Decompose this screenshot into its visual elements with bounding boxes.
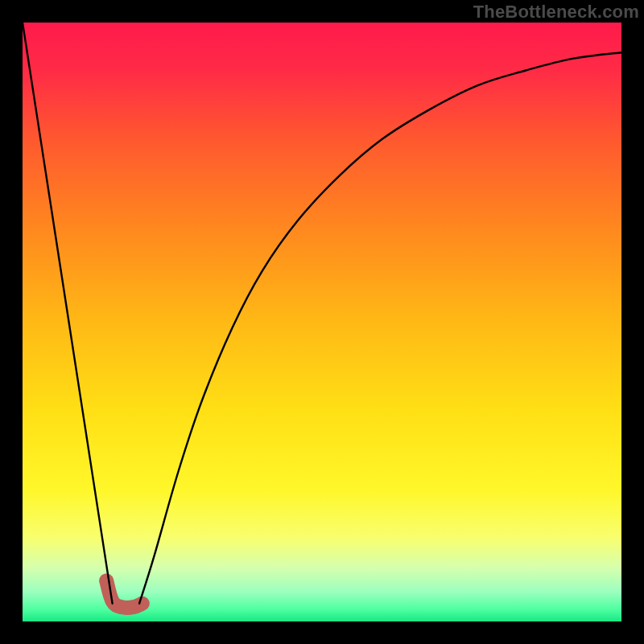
chart-frame: TheBottleneck.com xyxy=(0,0,644,644)
chart-svg xyxy=(23,23,621,621)
watermark-text: TheBottleneck.com xyxy=(473,2,639,23)
gradient-background xyxy=(23,23,621,621)
plot-area xyxy=(23,23,621,621)
